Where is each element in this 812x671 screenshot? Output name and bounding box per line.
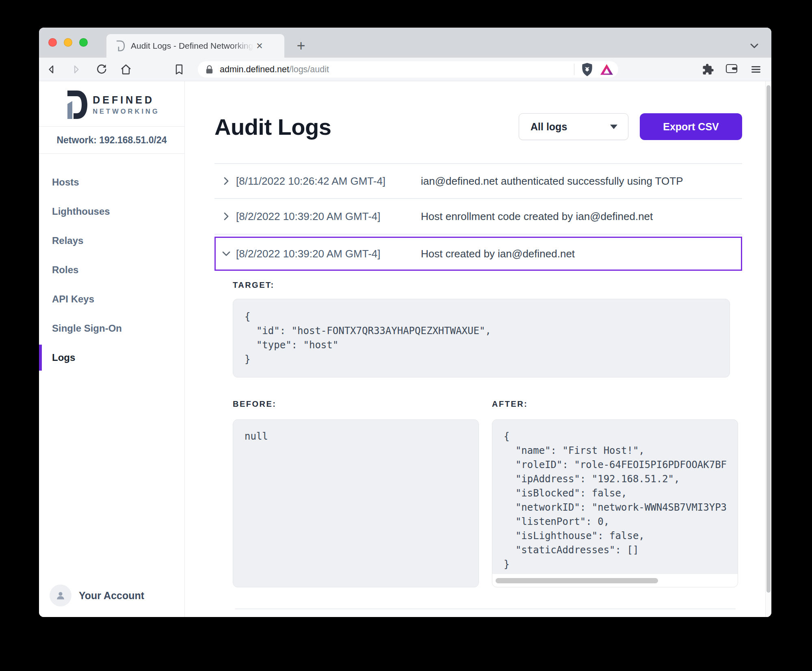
- brave-rewards-bat-icon[interactable]: [600, 63, 613, 76]
- list-bottom-divider: [235, 608, 736, 609]
- forward-icon[interactable]: [69, 63, 82, 76]
- defined-networking-logo[interactable]: DEFINED NETWORKING: [39, 90, 184, 119]
- select-caret-icon: [610, 125, 617, 129]
- target-code: { "id": "host-FONTX7QR33AYHAPQEZXHTWAXUE…: [233, 299, 730, 377]
- minimize-window-button[interactable]: [64, 38, 72, 47]
- page-header: Audit Logs All logs Export CSV: [214, 113, 742, 140]
- log-timestamp: [8/2/2022 10:39:20 AM GMT-4]: [236, 210, 421, 223]
- log-row[interactable]: [8/11/2022 10:26:42 AM GMT-4] ian@define…: [214, 163, 742, 199]
- horizontal-scrollbar[interactable]: [492, 574, 738, 587]
- after-label: AFTER:: [492, 399, 738, 409]
- sidebar-item-relays[interactable]: Relays: [39, 226, 184, 255]
- page-content: DEFINED NETWORKING Network: 192.168.51.0…: [39, 81, 771, 617]
- chevron-right-icon: [220, 175, 232, 187]
- tab-strip: Audit Logs - Defined Networking × +: [39, 28, 771, 58]
- logo-title: DEFINED: [93, 94, 160, 106]
- log-filter-select[interactable]: All logs: [519, 113, 628, 140]
- reload-icon[interactable]: [95, 63, 108, 76]
- horizontal-scrollbar-thumb[interactable]: [496, 578, 658, 583]
- browser-toolbar: admin.defined.net/logs/audit: [39, 58, 771, 81]
- log-detail: TARGET: { "id": "host-FONTX7QR33AYHAPQEZ…: [214, 271, 742, 609]
- chevron-right-icon: [220, 210, 232, 222]
- after-column: AFTER: { "name": "First Host!", "roleID"…: [492, 399, 738, 587]
- after-code-block: { "name": "First Host!", "roleID": "role…: [492, 419, 738, 587]
- sidebar-item-api-keys[interactable]: API Keys: [39, 285, 184, 314]
- log-timestamp: [8/2/2022 10:39:20 AM GMT-4]: [236, 248, 421, 260]
- before-code: null: [233, 420, 479, 587]
- urlbar-separator: [574, 64, 574, 75]
- new-tab-button[interactable]: +: [293, 38, 309, 54]
- back-icon[interactable]: [46, 63, 58, 76]
- url-host: admin.defined.net: [220, 65, 289, 74]
- after-code: { "name": "First Host!", "roleID": "role…: [492, 420, 738, 574]
- person-icon: [54, 589, 67, 602]
- extensions-puzzle-icon[interactable]: [702, 63, 714, 76]
- target-label: TARGET:: [233, 280, 738, 290]
- close-window-button[interactable]: [48, 38, 57, 47]
- before-code-block: null: [233, 419, 479, 587]
- bookmark-icon[interactable]: [173, 63, 185, 76]
- close-tab-icon[interactable]: ×: [253, 40, 266, 52]
- brave-shield-icon[interactable]: [581, 63, 593, 76]
- sidebar-item-single-sign-on[interactable]: Single Sign-On: [39, 314, 184, 343]
- before-label: BEFORE:: [233, 399, 479, 409]
- log-row-expanded[interactable]: [8/2/2022 10:39:20 AM GMT-4] Host create…: [214, 237, 742, 271]
- before-after-grid: BEFORE: null AFTER: { "name": "First Hos…: [233, 399, 738, 587]
- your-account-button[interactable]: Your Account: [39, 585, 184, 617]
- log-filter-value: All logs: [531, 121, 567, 133]
- wallet-icon[interactable]: [725, 63, 738, 76]
- sidebar-item-hosts[interactable]: Hosts: [39, 168, 184, 197]
- export-csv-button[interactable]: Export CSV: [640, 113, 742, 140]
- log-row[interactable]: [8/2/2022 10:39:20 AM GMT-4] Host enroll…: [214, 199, 742, 235]
- before-column: BEFORE: null: [233, 399, 479, 587]
- log-message: Host created by ian@defined.net: [421, 248, 575, 260]
- browser-window: Audit Logs - Defined Networking × +: [39, 28, 771, 617]
- sidebar-nav: Hosts Lighthouses Relays Roles API Keys …: [39, 154, 184, 372]
- avatar: [50, 585, 71, 606]
- tab-search-chevron-icon[interactable]: [749, 41, 760, 53]
- log-message: Host enrollment code created by ian@defi…: [421, 210, 653, 223]
- vertical-scrollbar[interactable]: [765, 81, 771, 617]
- sidebar: DEFINED NETWORKING Network: 192.168.51.0…: [39, 81, 185, 617]
- url-text: admin.defined.net/logs/audit: [220, 65, 329, 75]
- sidebar-item-lighthouses[interactable]: Lighthouses: [39, 197, 184, 226]
- url-path: /logs/audit: [289, 65, 329, 74]
- sidebar-item-logs[interactable]: Logs: [39, 343, 184, 372]
- target-code-block: { "id": "host-FONTX7QR33AYHAPQEZXHTWAXUE…: [233, 299, 730, 378]
- network-label: Network: 192.168.51.0/24: [39, 127, 184, 154]
- browser-tab[interactable]: Audit Logs - Defined Networking ×: [106, 34, 284, 58]
- log-timestamp: [8/11/2022 10:26:42 AM GMT-4]: [236, 175, 421, 188]
- lock-icon: [204, 65, 214, 75]
- urlbar-badges: [574, 63, 613, 76]
- tab-title: Audit Logs - Defined Networking: [131, 41, 253, 51]
- zoom-window-button[interactable]: [79, 38, 88, 47]
- sidebar-item-roles[interactable]: Roles: [39, 255, 184, 285]
- audit-log-list: [8/11/2022 10:26:42 AM GMT-4] ian@define…: [214, 163, 742, 609]
- home-icon[interactable]: [120, 63, 132, 76]
- defined-logo-mark-icon: [64, 91, 87, 119]
- chevron-down-icon: [220, 248, 232, 260]
- menu-hamburger-icon[interactable]: [750, 63, 762, 76]
- vertical-scrollbar-thumb[interactable]: [767, 85, 771, 593]
- log-message: ian@defined.net authenticated successful…: [421, 175, 683, 188]
- defined-networking-favicon-icon: [114, 40, 126, 52]
- logo-subtitle: NETWORKING: [93, 108, 160, 115]
- page-title: Audit Logs: [214, 114, 331, 140]
- main-area: Audit Logs All logs Export CSV [8/11/202…: [185, 81, 771, 617]
- account-label: Your Account: [79, 590, 144, 602]
- url-bar[interactable]: admin.defined.net/logs/audit: [198, 61, 618, 78]
